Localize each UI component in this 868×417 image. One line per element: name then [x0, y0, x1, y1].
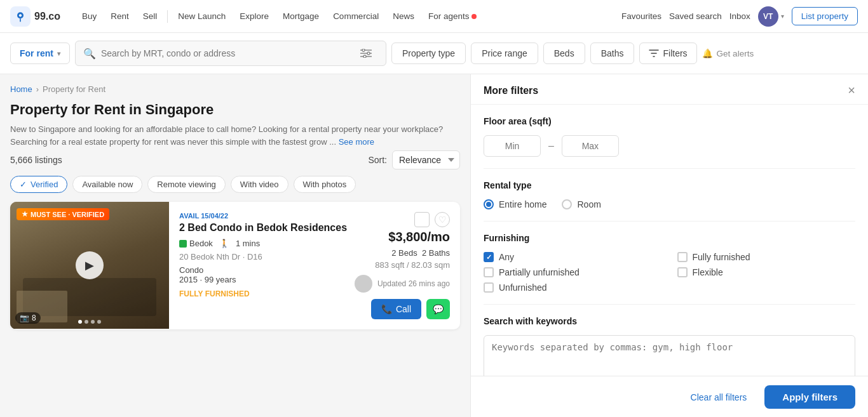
- mrt-badge: [179, 240, 187, 248]
- nav-for-agents[interactable]: For agents: [422, 8, 484, 25]
- price-range-button[interactable]: Price range: [471, 43, 538, 64]
- card-image-wrapper: ★ MUST SEE · VERIFIED ▶ 📷 8: [10, 202, 169, 329]
- nav-rent[interactable]: Rent: [104, 8, 135, 25]
- list-property-button[interactable]: List property: [792, 7, 858, 25]
- whatsapp-button[interactable]: 💬: [426, 299, 450, 319]
- floor-area-section: Floor area (sqft) –: [484, 105, 855, 169]
- card-price-area: ♡ $3,800/mo 2 Beds 2 Baths 883 sqft / 82…: [355, 212, 450, 319]
- nav-commercial[interactable]: Commercial: [327, 8, 385, 25]
- checkbox-any: [484, 252, 494, 262]
- nav-news[interactable]: News: [386, 8, 421, 25]
- baths-button[interactable]: Baths: [590, 43, 635, 64]
- nav-buy[interactable]: Buy: [76, 8, 103, 25]
- nav-explore[interactable]: Explore: [233, 8, 275, 25]
- filter-lines-button[interactable]: [354, 41, 378, 65]
- checkbox-fully-furnished: [677, 252, 688, 262]
- furnishing-fully-furnished[interactable]: Fully furnished: [677, 252, 856, 262]
- breadcrumb: Home › Property for Rent: [10, 84, 460, 94]
- nav-sell[interactable]: Sell: [137, 8, 164, 25]
- rental-type-room[interactable]: Room: [562, 199, 600, 209]
- see-more-link[interactable]: See more: [339, 137, 374, 147]
- card-type: Condo 2015 · 99 years: [179, 265, 355, 284]
- nav-saved-search[interactable]: Saved search: [669, 11, 722, 21]
- clear-filters-button[interactable]: Clear all filters: [681, 387, 757, 407]
- card-favourite-button[interactable]: ♡: [435, 212, 450, 227]
- listing-card: ★ MUST SEE · VERIFIED ▶ 📷 8: [10, 202, 460, 329]
- card-body: AVAIL 15/04/22 2 Bed Condo in Bedok Resi…: [169, 202, 460, 329]
- filters-button[interactable]: Filters: [639, 43, 696, 64]
- agent-avatar: [355, 275, 372, 293]
- furnishing-any[interactable]: Any: [484, 252, 662, 262]
- floor-area-label: Floor area (sqft): [484, 116, 855, 126]
- furnishing-flexible[interactable]: Flexible: [677, 267, 856, 277]
- img-dot: [78, 320, 82, 324]
- search-icon: 🔍: [83, 48, 96, 60]
- floor-max-input[interactable]: [562, 135, 619, 157]
- svg-point-5: [362, 49, 365, 51]
- card-address: 20 Bedok Nth Dr · D16: [179, 252, 355, 261]
- filter-tag-verified[interactable]: ✓ Verified: [10, 176, 67, 193]
- breadcrumb-current: Property for Rent: [43, 84, 105, 94]
- must-see-badge: ★ MUST SEE · VERIFIED: [17, 208, 109, 220]
- card-actions: Updated 26 mins ago: [355, 275, 450, 293]
- sort-row: 5,666 listings Sort: Relevance: [10, 150, 460, 169]
- star-icon: ★: [22, 210, 28, 218]
- get-alerts-button[interactable]: 🔔 Get alerts: [702, 48, 754, 58]
- property-type-button[interactable]: Property type: [391, 43, 466, 64]
- user-menu[interactable]: VT ▾: [758, 6, 784, 27]
- filter-tag-available-now[interactable]: Available now: [72, 176, 142, 193]
- nav-mortgage[interactable]: Mortgage: [276, 8, 325, 25]
- card-title[interactable]: 2 Bed Condo in Bedok Residences: [179, 222, 355, 234]
- checkbox-partially-unfurnished: [484, 267, 494, 277]
- chevron-down-icon: ▾: [781, 13, 784, 20]
- for-rent-button[interactable]: For rent ▾: [10, 43, 70, 64]
- svg-point-1: [19, 14, 22, 17]
- sort-label: Sort:: [368, 155, 387, 165]
- nav-favourites[interactable]: Favourites: [621, 11, 661, 21]
- call-button[interactable]: 📞 Call: [371, 299, 421, 319]
- sort-select[interactable]: Relevance: [392, 150, 460, 169]
- navbar: 99.co Buy Rent Sell New Launch Explore M…: [0, 0, 868, 33]
- rental-type-entire-home[interactable]: Entire home: [484, 199, 546, 209]
- mrt-indicator: Bedok: [179, 239, 213, 248]
- notification-dot: [471, 14, 477, 19]
- furnishing-partially-unfurnished[interactable]: Partially unfurnished: [484, 267, 662, 277]
- checkbox-flexible: [677, 267, 688, 277]
- img-dot: [97, 320, 101, 324]
- camera-icon: 📷: [20, 314, 29, 322]
- furnishing-label: Furnishing: [484, 233, 855, 243]
- breadcrumb-chevron: ›: [36, 84, 39, 94]
- card-compare-checkbox[interactable]: [414, 212, 430, 227]
- breadcrumb-home[interactable]: Home: [10, 84, 32, 94]
- sort-controls: Sort: Relevance: [368, 150, 460, 169]
- beds-button[interactable]: Beds: [543, 43, 585, 64]
- card-price: $3,800/mo: [355, 230, 450, 244]
- photo-count: 📷 8: [15, 312, 41, 324]
- search-bar: For rent ▾ 🔍 Property type Price range B…: [0, 33, 868, 74]
- search-input[interactable]: [101, 48, 351, 58]
- rental-type-section: Rental type Entire home Room: [484, 169, 855, 222]
- floor-min-input[interactable]: [484, 135, 541, 157]
- keywords-label: Search with keywords: [484, 316, 855, 326]
- left-panel: Home › Property for Rent Property for Re…: [0, 74, 470, 417]
- nav-inbox[interactable]: Inbox: [729, 11, 750, 21]
- phone-icon: 📞: [381, 304, 392, 314]
- filter-tag-with-video[interactable]: With video: [231, 176, 288, 193]
- img-dot: [91, 320, 95, 324]
- furnishing-unfurnished[interactable]: Unfurnished: [484, 282, 662, 293]
- filter-tags: ✓ Verified Available now Remote viewing …: [10, 176, 460, 193]
- logo[interactable]: 99.co: [10, 6, 60, 27]
- img-dot: [85, 320, 88, 324]
- keywords-input[interactable]: [484, 335, 855, 376]
- filter-tag-with-photos[interactable]: With photos: [294, 176, 356, 193]
- image-dots: [78, 320, 101, 324]
- nav-new-launch[interactable]: New Launch: [172, 8, 232, 25]
- listings-count: 5,666 listings: [10, 155, 62, 165]
- filter-tag-remote-viewing[interactable]: Remote viewing: [147, 176, 226, 193]
- play-button[interactable]: ▶: [76, 251, 104, 279]
- agent-info: [355, 275, 372, 293]
- close-button[interactable]: ×: [848, 83, 855, 98]
- apply-filters-button[interactable]: Apply filters: [764, 385, 855, 409]
- floor-area-row: –: [484, 135, 855, 157]
- search-filter-buttons: Property type Price range Beds Baths Fil…: [391, 43, 754, 64]
